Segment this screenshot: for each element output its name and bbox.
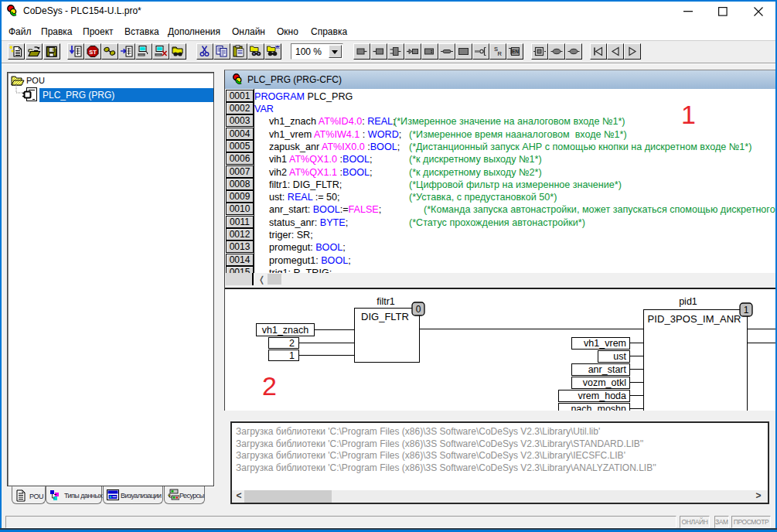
svg-text:2: 2 [289, 338, 295, 349]
svg-text:vrem_hoda: vrem_hoda [578, 390, 626, 401]
svg-text:R: R [498, 50, 503, 57]
svg-text:0: 0 [416, 304, 421, 315]
svg-text:anr_start: anr_start [588, 364, 627, 375]
svg-text:PID_3POS_IM_ANR: PID_3POS_IM_ANR [648, 313, 741, 325]
svg-text:1: 1 [289, 350, 295, 361]
svg-text:EN: EN [512, 49, 519, 54]
svg-text:DIG_FLTR: DIG_FLTR [361, 311, 409, 322]
svg-text:1: 1 [744, 305, 749, 315]
svg-text:filtr1: filtr1 [377, 296, 395, 307]
svg-text:vh1_znach: vh1_znach [262, 325, 309, 336]
svg-text:vh1_vrem: vh1_vrem [584, 338, 626, 349]
svg-text:pid1: pid1 [679, 296, 697, 307]
svg-text:ST: ST [89, 49, 97, 56]
svg-text:nach_moshn: nach_moshn [571, 404, 626, 411]
svg-text:2: 2 [262, 371, 277, 401]
svg-text:vozm_otkl: vozm_otkl [583, 377, 626, 388]
svg-text:ust: ust [613, 351, 626, 362]
